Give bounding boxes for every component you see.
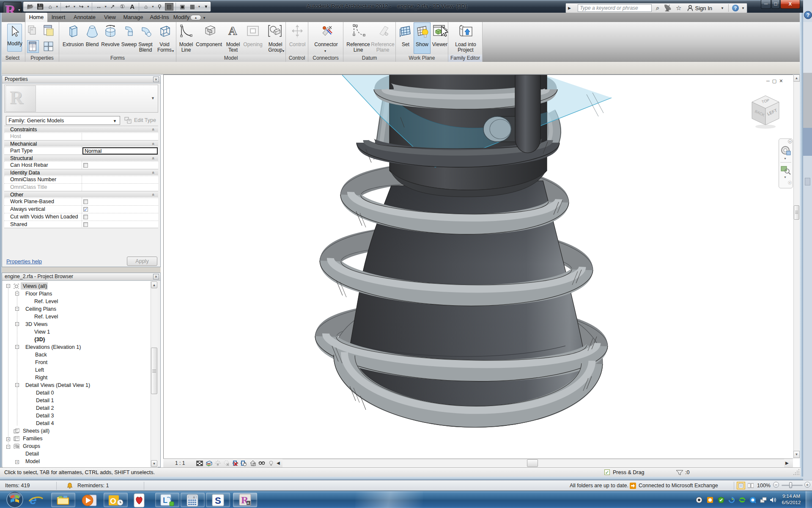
svg-text:A: A (247, 501, 250, 505)
svg-text:S: S (215, 495, 221, 506)
svg-text:O: O (110, 497, 116, 505)
svg-text:A: A (228, 24, 237, 37)
svg-text:L: L (163, 496, 167, 505)
